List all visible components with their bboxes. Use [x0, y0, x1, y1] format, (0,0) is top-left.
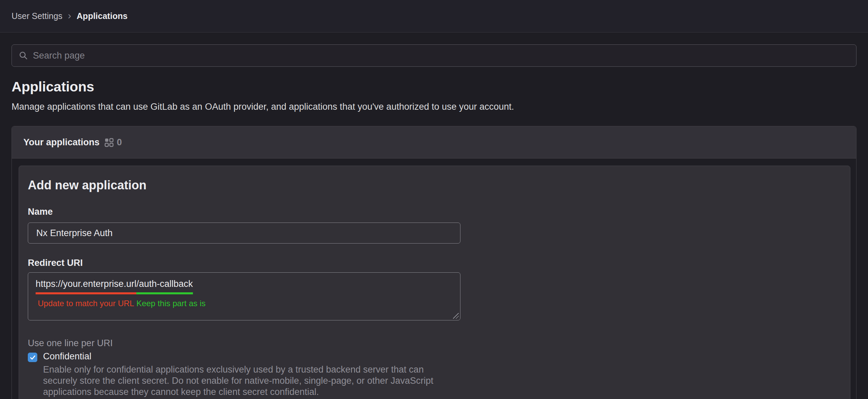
search-icon — [19, 51, 28, 60]
redirect-uri-value: https://your.enterprise.url/auth-callbac… — [36, 278, 460, 294]
redirect-uri-annotations: https://your.enterprise.url Update to ma… — [36, 298, 460, 309]
annotation-keep-part: Keep this part as is — [136, 298, 205, 308]
add-application-card: Add new application Name Redirect URI ht… — [19, 166, 850, 399]
apps-grid-icon — [104, 138, 114, 147]
redirect-uri-textarea[interactable]: https://your.enterprise.url/auth-callbac… — [28, 272, 460, 320]
application-name-input[interactable] — [28, 223, 460, 244]
chevron-right-icon: › — [68, 10, 71, 21]
confidential-text-block: Confidential Enable only for confidentia… — [43, 351, 453, 398]
checkmark-icon — [29, 354, 36, 361]
confidential-help-text: Enable only for confidential application… — [43, 364, 453, 398]
confidential-row: Confidential Enable only for confidentia… — [28, 351, 841, 398]
panel-body: Add new application Name Redirect URI ht… — [12, 159, 856, 399]
redirect-uri-label: Redirect URI — [28, 258, 841, 268]
page-title: Applications — [12, 79, 856, 95]
annotation-red-wrapper: https://your.enterprise.url Update to ma… — [36, 298, 136, 309]
redirect-uri-path-part: /auth-callback — [136, 278, 193, 294]
page-description: Manage applications that can use GitLab … — [12, 101, 856, 112]
name-label: Name — [28, 207, 841, 217]
breadcrumb: User Settings › Applications — [12, 11, 127, 21]
search-input[interactable] — [33, 50, 849, 61]
panel-title: Your applications — [23, 137, 100, 148]
textarea-resize-handle-icon[interactable] — [453, 313, 459, 319]
confidential-checkbox[interactable] — [28, 353, 37, 362]
panel-header: Your applications 0 — [12, 126, 856, 159]
breadcrumb-user-settings[interactable]: User Settings — [12, 11, 62, 21]
your-applications-panel: Your applications 0 Add new application … — [12, 126, 856, 399]
redirect-uri-host-part: https://your.enterprise.url — [36, 278, 136, 294]
applications-count-badge: 0 — [104, 137, 122, 148]
annotation-green-wrapper: /auth-callback Keep this part as is — [136, 298, 193, 309]
redirect-uri-hint: Use one line per URI — [28, 338, 841, 349]
confidential-label[interactable]: Confidential — [43, 351, 453, 362]
applications-count: 0 — [117, 137, 122, 148]
top-bar: User Settings › Applications — [0, 0, 868, 33]
search-bar[interactable] — [12, 44, 856, 67]
card-heading: Add new application — [28, 178, 841, 192]
breadcrumb-current-applications: Applications — [77, 11, 127, 21]
annotation-update-url: Update to match your URL — [38, 298, 134, 308]
main-content: Applications Manage applications that ca… — [0, 44, 868, 399]
